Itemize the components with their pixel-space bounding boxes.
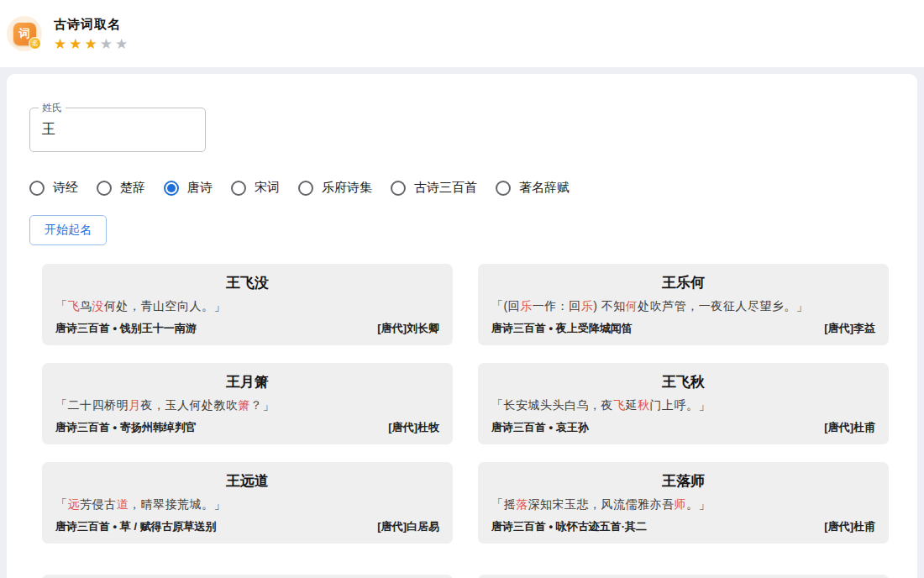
poem-verse: 「远芳侵古道，晴翠接荒城。」 [55,497,439,512]
name-result-card[interactable]: 王飞秋 「长安城头头白乌，夜飞延秋门上呼。」 唐诗三百首 • 哀王孙 [唐代]杜… [478,363,889,444]
poem-verse: 「(回乐一作：回乐) 不知何处吹芦管，一夜征人尽望乡。」 [491,299,875,314]
star-icon: ★ [85,36,100,52]
verse-highlight-char: 没 [92,299,105,313]
poem-source: 唐诗三百首 • 哀王孙 [491,420,589,435]
generated-name: 王远道 [55,471,439,491]
category-radio-label: 唐诗 [187,180,213,196]
card-footer: 唐诗三百首 • 饯别王十一南游 [唐代]刘长卿 [55,321,439,336]
category-radio-option[interactable]: 宋词 [231,180,280,196]
verse-highlight-char: 飞 [68,299,81,313]
verse-text: 「(回 [491,299,520,313]
star-icon: ★ [69,36,84,52]
poem-source: 唐诗三百首 • 饯别王十一南游 [55,321,197,336]
rating-stars: ★★★★★ [54,37,130,51]
app-logo-icon: 词 名 [7,16,42,51]
verse-text: 。」 [686,497,711,511]
verse-highlight-char: 远 [68,497,81,511]
verse-text: 门上呼。」 [650,398,711,412]
start-naming-button[interactable]: 开始起名 [29,215,107,245]
category-radio-group: 诗经 楚辞 唐诗 宋词 乐府诗集 古诗三百首 著名辞赋 [29,180,889,196]
app-header: 词 名 古诗词取名 ★★★★★ [0,0,924,67]
poem-source: 唐诗三百首 • 夜上受降城闻笛 [491,321,633,336]
category-radio-label: 著名辞赋 [519,180,570,196]
radio-circle-icon[interactable] [97,181,112,196]
poem-verse: 「摇落深知宋玉悲，风流儒雅亦吾师。」 [491,497,875,512]
surname-label: 姓氏 [39,102,66,115]
verse-text: 「二十四桥明 [55,398,129,412]
main-panel: 姓氏 诗经 楚辞 唐诗 宋词 乐府诗集 古诗三百首 著名辞赋 开始起名 王飞没 … [7,74,917,578]
generated-name: 王月箫 [55,372,439,391]
name-result-card[interactable] [42,575,453,578]
star-icon: ★ [115,36,130,52]
category-radio-label: 乐府诗集 [322,180,372,196]
card-footer: 唐诗三百首 • 寄扬州韩绰判官 [唐代]杜牧 [55,420,439,435]
verse-text: 一作：回 [533,299,581,313]
results-grid: 王飞没 「飞鸟没何处，青山空向人。」 唐诗三百首 • 饯别王十一南游 [唐代]刘… [42,264,889,544]
poem-source: 唐诗三百首 • 草 / 赋得古原草送别 [55,519,217,534]
verse-text: ，晴翠接荒城。」 [129,497,226,511]
card-footer: 唐诗三百首 • 咏怀古迹五首·其二 [唐代]杜甫 [491,519,875,534]
star-icon: ★ [100,36,115,52]
poem-author: [唐代]杜甫 [824,519,875,534]
page-background: 姓氏 诗经 楚辞 唐诗 宋词 乐府诗集 古诗三百首 著名辞赋 开始起名 王飞没 … [0,67,924,578]
generated-name: 王飞没 [55,273,439,292]
radio-circle-icon[interactable] [391,181,406,196]
category-radio-option[interactable]: 乐府诗集 [298,180,372,196]
surname-field[interactable]: 姓氏 [29,108,206,152]
verse-highlight-char: 秋 [638,398,650,412]
name-result-card[interactable]: 王飞没 「飞鸟没何处，青山空向人。」 唐诗三百首 • 饯别王十一南游 [唐代]刘… [42,264,453,345]
verse-highlight-char: 乐 [581,299,594,313]
verse-highlight-char: 乐 [520,299,533,313]
category-radio-option[interactable]: 古诗三百首 [391,180,477,196]
category-radio-option[interactable]: 楚辞 [97,180,145,196]
verse-text: 「摇 [491,497,516,511]
logo-badge-char: 名 [29,37,41,50]
poem-author: [唐代]白居易 [377,519,439,534]
verse-highlight-char: 道 [117,497,129,511]
category-radio-option[interactable]: 唐诗 [164,180,213,196]
category-radio-label: 古诗三百首 [414,180,477,196]
verse-text: 延 [626,398,638,412]
category-radio-label: 楚辞 [120,180,145,196]
verse-text: ？」 [250,398,275,412]
card-footer: 唐诗三百首 • 草 / 赋得古原草送别 [唐代]白居易 [55,519,439,534]
page-title: 古诗词取名 [54,17,130,33]
poem-author: [唐代]李益 [824,321,875,336]
poem-author: [唐代]杜甫 [824,420,875,435]
verse-text: 「 [55,497,68,511]
radio-circle-icon[interactable] [496,181,511,196]
verse-text: 深知宋玉悲，风流儒雅亦吾 [528,497,675,511]
verse-highlight-char: 何 [626,299,638,313]
verse-highlight-char: 月 [129,398,141,412]
category-radio-label: 宋词 [255,180,280,196]
poem-verse: 「飞鸟没何处，青山空向人。」 [55,299,439,314]
verse-text: 处吹芦管，一夜征人尽望乡。」 [638,299,808,313]
name-result-card[interactable]: 王乐何 「(回乐一作：回乐) 不知何处吹芦管，一夜征人尽望乡。」 唐诗三百首 •… [478,264,889,345]
category-radio-option[interactable]: 诗经 [29,180,78,196]
poem-author: [唐代]刘长卿 [377,321,439,336]
poem-source: 唐诗三百首 • 寄扬州韩绰判官 [55,420,197,435]
verse-text: ) 不知 [593,299,626,313]
card-footer: 唐诗三百首 • 哀王孙 [唐代]杜甫 [491,420,875,435]
verse-text: 芳侵古 [80,497,117,511]
radio-circle-icon[interactable] [231,181,246,196]
name-result-card[interactable] [478,575,889,578]
surname-input[interactable] [30,108,205,151]
verse-highlight-char: 箫 [239,398,251,412]
category-radio-label: 诗经 [53,180,78,196]
star-icon: ★ [54,36,69,52]
name-result-card[interactable]: 王月箫 「二十四桥明月夜，玉人何处教吹箫？」 唐诗三百首 • 寄扬州韩绰判官 [… [42,363,453,444]
verse-text: 何处，青山空向人。」 [104,299,226,313]
verse-text: 鸟 [80,299,92,313]
generated-name: 王飞秋 [491,372,875,391]
radio-circle-icon[interactable] [298,181,313,196]
name-result-card[interactable]: 王远道 「远芳侵古道，晴翠接荒城。」 唐诗三百首 • 草 / 赋得古原草送别 [… [42,462,453,544]
poem-verse: 「二十四桥明月夜，玉人何处教吹箫？」 [55,398,439,413]
header-text-block: 古诗词取名 ★★★★★ [54,17,130,51]
category-radio-option[interactable]: 著名辞赋 [496,180,570,196]
radio-circle-icon[interactable] [29,181,45,196]
radio-circle-icon[interactable] [164,181,179,196]
name-result-card[interactable]: 王落师 「摇落深知宋玉悲，风流儒雅亦吾师。」 唐诗三百首 • 咏怀古迹五首·其二… [478,462,889,544]
card-footer: 唐诗三百首 • 夜上受降城闻笛 [唐代]李益 [491,321,875,336]
next-row-partial [42,575,889,578]
